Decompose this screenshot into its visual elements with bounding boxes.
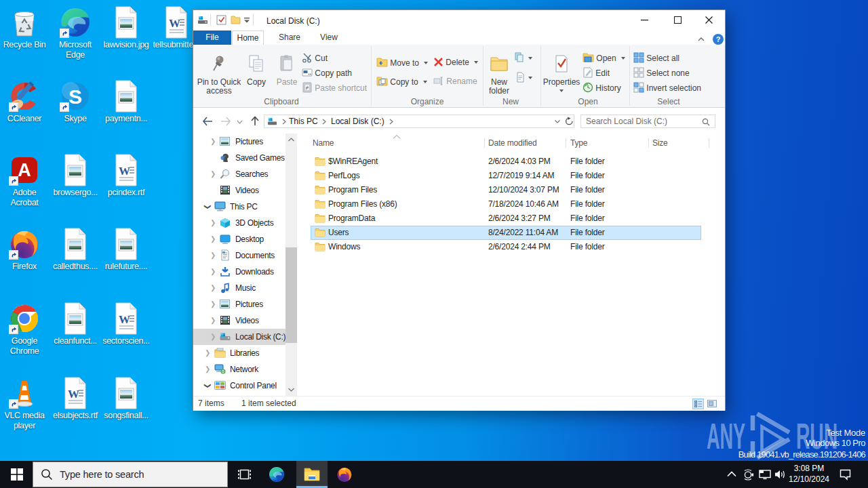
svg-text:A: A xyxy=(18,160,31,180)
svg-text:S: S xyxy=(68,85,82,108)
